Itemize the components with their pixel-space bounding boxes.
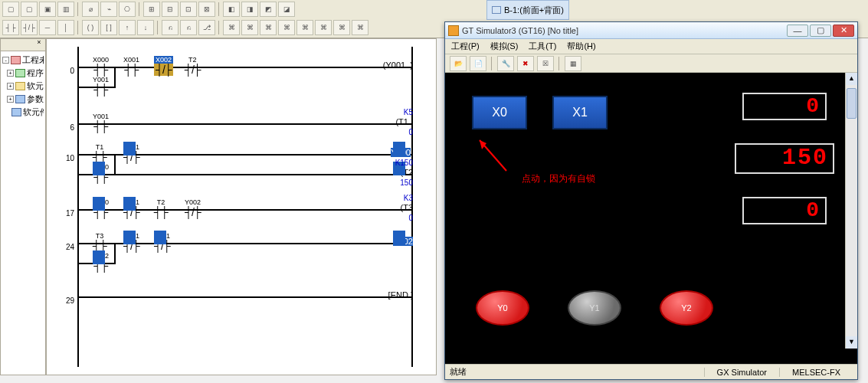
status-cell: MELSEC-FX	[779, 368, 853, 377]
scrollbar[interactable]: ▲ ▼	[845, 73, 857, 349]
project-tree[interactable]: × -工程未设置 +程序 +软元件注 +参数 软元件内	[0, 38, 46, 375]
step-number: 10	[66, 154, 74, 162]
tb-icon[interactable]: 📄	[470, 56, 486, 71]
tb-icon[interactable]: ⎔	[119, 2, 136, 17]
step-number: 29	[66, 296, 74, 305]
tree-node[interactable]: +程序	[2, 67, 44, 80]
tb-icon[interactable]: ⌘	[260, 20, 277, 35]
tb-icon[interactable]: ┤├	[2, 20, 19, 35]
maximize-button[interactable]: ▢	[810, 25, 831, 37]
step-number: 6	[70, 123, 74, 132]
window-icon	[492, 6, 501, 14]
tb-icon[interactable]: ⌘	[315, 20, 332, 35]
scroll-thumb[interactable]	[847, 88, 857, 119]
tb-icon[interactable]: 🔧	[497, 56, 514, 71]
tb-icon[interactable]: [ ]	[100, 20, 117, 35]
ladder-editor[interactable]: 0 X000┤├ X001┤├ X002┤/├ T2┤/├ (Y001 ) Y0…	[46, 38, 437, 375]
tb-icon[interactable]: ✖	[517, 56, 534, 71]
x0-button[interactable]: X0	[472, 96, 527, 129]
menu-item[interactable]: 工程(P)	[451, 41, 480, 52]
tb-icon[interactable]: ▦	[565, 56, 581, 71]
y1-lamp[interactable]: Y1	[568, 290, 621, 326]
tb-icon[interactable]: ◩	[260, 2, 277, 17]
tb-icon[interactable]: ⊞	[143, 2, 160, 17]
tb-icon[interactable]: ⌘	[223, 20, 240, 35]
tree-node[interactable]: 软元件内	[2, 106, 44, 119]
window-title: GT Simulator3 (GT16) [No title]	[462, 26, 578, 35]
y2-lamp[interactable]: Y2	[660, 290, 713, 326]
app-icon	[448, 25, 459, 36]
tb-icon[interactable]: │	[57, 20, 74, 35]
tb-icon[interactable]: ⊠	[198, 2, 215, 17]
tree-node[interactable]: -工程未设置	[2, 54, 44, 67]
tb-icon[interactable]: ⊟	[162, 2, 179, 17]
numeric-display-1: 150	[735, 143, 834, 174]
annotation-text: 点动，因为有自锁	[522, 172, 595, 185]
tb-icon[interactable]: ⌘	[352, 20, 368, 35]
tb-icon[interactable]: ⌘	[278, 20, 295, 35]
sim-titlebar[interactable]: GT Simulator3 (GT16) [No title] — ▢ ✕	[445, 22, 857, 39]
tb-icon[interactable]: ↓	[137, 20, 154, 35]
status-cell: GX Simulator	[704, 368, 779, 377]
tb-icon[interactable]: ◧	[223, 2, 240, 17]
tb-icon[interactable]: ▢	[2, 2, 19, 17]
tb-icon[interactable]: ▣	[39, 2, 56, 17]
sim-toolbar: 📂 📄 🔧 ✖ ☒ ▦	[445, 54, 857, 73]
tb-icon[interactable]: ⌘	[296, 20, 313, 35]
coil: (Y001 )	[383, 61, 413, 70]
tb-icon[interactable]: ( )	[82, 20, 99, 35]
sim-menubar: 工程(P) 模拟(S) 工具(T) 帮助(H)	[445, 39, 857, 54]
scroll-down-button[interactable]: ▼	[846, 336, 857, 349]
simulator-window: GT Simulator3 (GT16) [No title] — ▢ ✕ 工程…	[444, 21, 858, 380]
tb-icon[interactable]: 📂	[450, 56, 467, 71]
step-number: 24	[66, 243, 74, 251]
numeric-display-0: 0	[742, 93, 827, 120]
designer-tab[interactable]: B-1:(前面+背面)	[486, 0, 569, 20]
tb-icon[interactable]: ▢	[21, 2, 38, 17]
hmi-screen[interactable]: X0 X1 0 150 0 点动，因为有自锁 Y0 Y1 Y2 ▲ ▼	[445, 73, 857, 364]
tb-icon[interactable]: ☒	[537, 56, 554, 71]
tb-icon[interactable]: ↑	[119, 20, 136, 35]
menu-item[interactable]: 工具(T)	[529, 41, 556, 52]
close-button[interactable]: ✕	[833, 25, 854, 37]
tb-icon[interactable]: ┤/├	[21, 20, 38, 35]
tb-icon[interactable]: ⌁	[100, 2, 117, 17]
status-bar: 就绪 GX Simulator MELSEC-FX	[445, 364, 857, 379]
y0-lamp[interactable]: Y0	[476, 290, 529, 326]
tb-icon[interactable]: ─	[39, 20, 56, 35]
tb-icon[interactable]: ▥	[57, 2, 74, 17]
tb-icon[interactable]: ⎇	[198, 20, 215, 35]
tb-icon[interactable]: ⎌	[162, 20, 179, 35]
minimize-button[interactable]: —	[787, 25, 808, 37]
menu-item[interactable]: 模拟(S)	[490, 41, 519, 52]
tb-icon[interactable]: ◨	[241, 2, 258, 17]
tree-node[interactable]: +参数	[2, 93, 44, 106]
tb-icon[interactable]: ◪	[278, 2, 295, 17]
status-text: 就绪	[450, 366, 467, 378]
x1-button[interactable]: X1	[552, 96, 608, 129]
numeric-display-2: 0	[742, 197, 827, 224]
tb-icon[interactable]: ⌘	[241, 20, 258, 35]
step-number: 17	[66, 209, 74, 218]
tb-icon[interactable]: ⌘	[333, 20, 350, 35]
tb-icon[interactable]: ⎌	[180, 20, 197, 35]
tree-titlebar: ×	[1, 39, 45, 51]
tb-icon[interactable]: ⌀	[82, 2, 99, 17]
tb-icon[interactable]: ⊡	[180, 2, 197, 17]
step-number: 0	[70, 67, 74, 75]
arrow-icon	[468, 133, 514, 178]
tree-node[interactable]: +软元件注	[2, 80, 44, 93]
tab-label: B-1:(前面+背面)	[504, 5, 564, 16]
close-icon[interactable]: ×	[34, 39, 44, 48]
menu-item[interactable]: 帮助(H)	[567, 41, 595, 52]
scroll-up-button[interactable]: ▲	[846, 73, 857, 85]
